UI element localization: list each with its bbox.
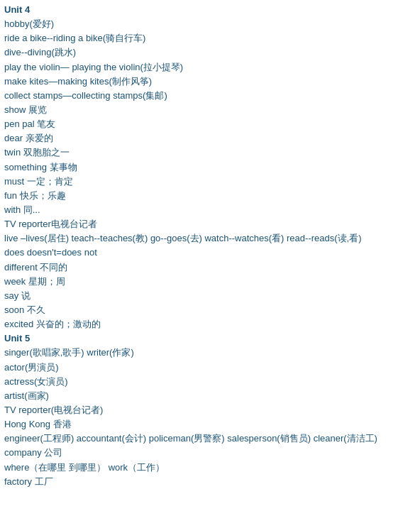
line-where: where（在哪里 到哪里） work（工作） [4,461,416,475]
line-kites: make kites—making kites(制作风筝) [4,75,416,89]
unit4-header: Unit 4 [4,3,416,17]
line-dear: dear 亲爱的 [4,131,416,145]
line-fun: fun 快乐；乐趣 [4,189,416,203]
line-soon: soon 不久 [4,303,416,317]
line-actress: actress(女演员) [4,375,416,389]
line-company: company 公司 [4,446,416,460]
line-tvreporter1: TV reporter电视台记者 [4,217,416,231]
line-stamps: collect stamps—collecting stamps(集邮) [4,89,416,103]
line-ride: ride a bike--riding a bike(骑自行车) [4,31,416,45]
line-show: show 展览 [4,103,416,117]
line-different: different 不同的 [4,260,416,275]
line-engineer: engineer(工程师) accountant(会计) policeman(男… [4,432,416,446]
line-dive: dive--diving(跳水) [4,45,416,60]
line-does: does doesn't=does not [4,246,416,260]
line-say: say 说 [4,289,416,303]
line-penpal: pen pal 笔友 [4,117,416,131]
line-something: something 某事物 [4,160,416,175]
page-content: Unit 4hobby(爱好)ride a bike--riding a bik… [4,3,416,489]
line-actor: actor(男演员) [4,361,416,375]
line-hongkong: Hong Kong 香港 [4,417,416,432]
line-artist: artist(画家) [4,389,416,403]
unit5-header: Unit 5 [4,331,416,346]
line-must: must 一定；肯定 [4,175,416,189]
line-violin: play the violin— playing the violin(拉小提琴… [4,60,416,75]
line-hobby: hobby(爱好) [4,17,416,31]
line-twin: twin 双胞胎之一 [4,145,416,160]
line-with: with 同... [4,203,416,217]
line-week: week 星期；周 [4,275,416,289]
line-factory: factory 工厂 [4,475,416,489]
line-excited: excited 兴奋的；激动的 [4,317,416,331]
line-singer: singer(歌唱家,歌手) writer(作家) [4,346,416,360]
line-live: live –lives(居住) teach--teaches(教) go--go… [4,231,416,246]
line-tvreporter2: TV reporter(电视台记者) [4,403,416,417]
